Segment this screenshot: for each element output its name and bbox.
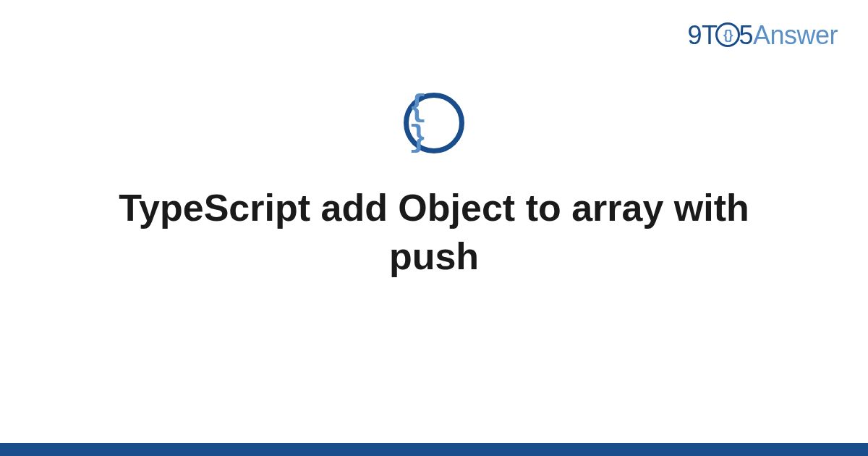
braces-icon: { } xyxy=(409,93,459,153)
page-title: TypeScript add Object to array with push xyxy=(109,184,760,280)
logo-suffix: 5 xyxy=(739,20,753,50)
logo-word: Answer xyxy=(753,20,838,50)
code-category-icon: { } xyxy=(404,93,464,153)
footer-accent-bar xyxy=(0,443,868,456)
brand-logo: 9T{}5Answer xyxy=(687,20,838,51)
main-content: { } TypeScript add Object to array with … xyxy=(0,93,868,280)
logo-braces-icon: {} xyxy=(715,22,740,47)
logo-prefix: 9T xyxy=(687,20,717,50)
